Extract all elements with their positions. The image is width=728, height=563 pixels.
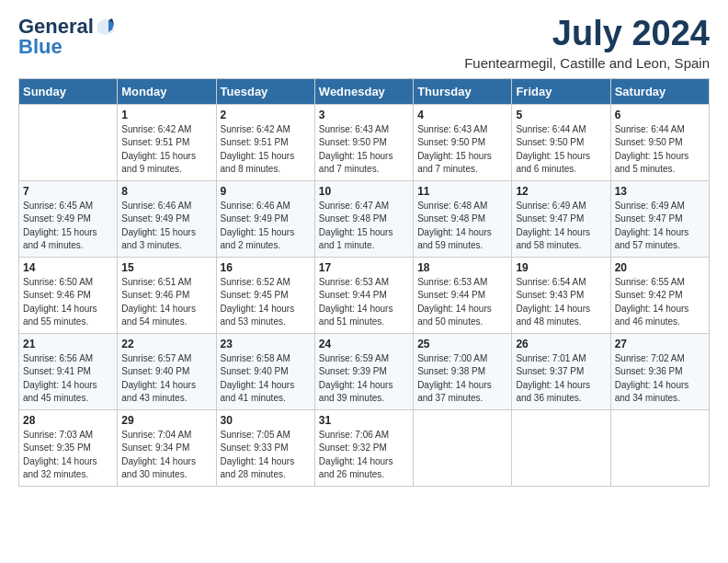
day-number: 22 [121,338,211,350]
day-number: 18 [417,261,507,274]
day-number: 14 [23,261,113,274]
day-info: Sunrise: 6:49 AMSunset: 9:47 PMDaylight:… [516,200,606,253]
week-row-1: 1Sunrise: 6:42 AMSunset: 9:51 PMDaylight… [19,104,710,180]
day-cell: 29Sunrise: 7:04 AMSunset: 9:34 PMDayligh… [118,409,216,486]
day-number: 29 [121,414,211,427]
day-cell: 17Sunrise: 6:53 AMSunset: 9:44 PMDayligh… [314,257,413,333]
day-cell: 20Sunrise: 6:55 AMSunset: 9:42 PMDayligh… [610,257,709,333]
header-monday: Monday [118,78,216,104]
day-info: Sunrise: 6:50 AMSunset: 9:46 PMDaylight:… [23,276,113,329]
day-number: 30 [221,414,311,427]
day-cell: 28Sunrise: 7:03 AMSunset: 9:35 PMDayligh… [19,409,118,486]
header-saturday: Saturday [610,78,709,104]
day-number: 6 [615,109,705,121]
logo-blue: Blue [18,35,63,59]
day-number: 21 [23,338,113,350]
day-number: 2 [221,109,311,121]
day-cell: 25Sunrise: 7:00 AMSunset: 9:38 PMDayligh… [414,333,512,409]
day-number: 23 [221,338,311,350]
day-number: 1 [121,109,211,121]
title-block: July 2024 Fuentearmegil, Castille and Le… [464,15,710,71]
week-row-3: 14Sunrise: 6:50 AMSunset: 9:46 PMDayligh… [19,257,710,333]
day-info: Sunrise: 7:01 AMSunset: 9:37 PMDaylight:… [516,352,606,406]
day-number: 17 [319,261,409,274]
day-cell: 26Sunrise: 7:01 AMSunset: 9:37 PMDayligh… [512,333,610,409]
day-cell: 10Sunrise: 6:47 AMSunset: 9:48 PMDayligh… [314,180,413,257]
header-friday: Friday [512,78,610,104]
page-header: General Blue July 2024 Fuentearmegil, Ca… [18,15,710,71]
day-cell: 30Sunrise: 7:05 AMSunset: 9:33 PMDayligh… [216,409,314,486]
day-info: Sunrise: 7:00 AMSunset: 9:38 PMDaylight:… [417,352,507,406]
day-cell: 18Sunrise: 6:53 AMSunset: 9:44 PMDayligh… [414,257,512,333]
header-wednesday: Wednesday [314,78,413,104]
day-cell [414,409,512,486]
day-info: Sunrise: 6:46 AMSunset: 9:49 PMDaylight:… [221,200,311,253]
day-cell: 19Sunrise: 6:54 AMSunset: 9:43 PMDayligh… [512,257,610,333]
day-info: Sunrise: 6:52 AMSunset: 9:45 PMDaylight:… [221,276,311,329]
location-title: Fuentearmegil, Castille and Leon, Spain [464,55,710,71]
day-cell: 5Sunrise: 6:44 AMSunset: 9:50 PMDaylight… [512,104,610,180]
day-cell: 23Sunrise: 6:58 AMSunset: 9:40 PMDayligh… [216,333,314,409]
day-info: Sunrise: 6:42 AMSunset: 9:51 PMDaylight:… [121,123,211,177]
day-number: 20 [615,261,705,274]
month-title: July 2024 [464,15,710,53]
day-cell: 6Sunrise: 6:44 AMSunset: 9:50 PMDaylight… [610,104,709,180]
day-info: Sunrise: 7:06 AMSunset: 9:32 PMDaylight:… [319,429,409,482]
day-cell: 21Sunrise: 6:56 AMSunset: 9:41 PMDayligh… [19,333,118,409]
day-number: 28 [23,414,113,427]
day-info: Sunrise: 6:47 AMSunset: 9:48 PMDaylight:… [319,200,409,253]
day-cell [19,104,118,180]
header-sunday: Sunday [19,78,118,104]
day-info: Sunrise: 6:53 AMSunset: 9:44 PMDaylight:… [319,276,409,329]
day-info: Sunrise: 6:43 AMSunset: 9:50 PMDaylight:… [319,123,409,177]
day-number: 27 [615,338,705,350]
day-number: 31 [319,414,409,427]
logo-flag-icon [96,17,116,37]
day-info: Sunrise: 6:59 AMSunset: 9:39 PMDaylight:… [319,352,409,406]
day-info: Sunrise: 6:43 AMSunset: 9:50 PMDaylight:… [417,123,507,177]
day-cell: 27Sunrise: 7:02 AMSunset: 9:36 PMDayligh… [610,333,709,409]
day-cell: 3Sunrise: 6:43 AMSunset: 9:50 PMDaylight… [314,104,413,180]
week-row-5: 28Sunrise: 7:03 AMSunset: 9:35 PMDayligh… [19,409,710,486]
day-cell: 12Sunrise: 6:49 AMSunset: 9:47 PMDayligh… [512,180,610,257]
day-info: Sunrise: 6:44 AMSunset: 9:50 PMDaylight:… [615,123,705,177]
day-info: Sunrise: 6:46 AMSunset: 9:49 PMDaylight:… [121,200,211,253]
header-thursday: Thursday [414,78,512,104]
week-row-4: 21Sunrise: 6:56 AMSunset: 9:41 PMDayligh… [19,333,710,409]
day-info: Sunrise: 6:53 AMSunset: 9:44 PMDaylight:… [417,276,507,329]
day-cell: 13Sunrise: 6:49 AMSunset: 9:47 PMDayligh… [610,180,709,257]
day-cell: 7Sunrise: 6:45 AMSunset: 9:49 PMDaylight… [19,180,118,257]
day-number: 11 [417,185,507,198]
day-number: 15 [121,261,211,274]
day-cell: 22Sunrise: 6:57 AMSunset: 9:40 PMDayligh… [118,333,216,409]
day-cell: 14Sunrise: 6:50 AMSunset: 9:46 PMDayligh… [19,257,118,333]
logo: General Blue [18,15,116,59]
day-info: Sunrise: 6:44 AMSunset: 9:50 PMDaylight:… [516,123,606,177]
day-info: Sunrise: 6:48 AMSunset: 9:48 PMDaylight:… [417,200,507,253]
day-number: 3 [319,109,409,121]
day-cell [610,409,709,486]
day-info: Sunrise: 7:05 AMSunset: 9:33 PMDaylight:… [221,429,311,482]
day-cell: 15Sunrise: 6:51 AMSunset: 9:46 PMDayligh… [118,257,216,333]
day-number: 5 [516,109,606,121]
header-tuesday: Tuesday [216,78,314,104]
day-number: 24 [319,338,409,350]
day-number: 19 [516,261,606,274]
day-cell: 31Sunrise: 7:06 AMSunset: 9:32 PMDayligh… [314,409,413,486]
day-cell: 4Sunrise: 6:43 AMSunset: 9:50 PMDaylight… [414,104,512,180]
day-cell: 24Sunrise: 6:59 AMSunset: 9:39 PMDayligh… [314,333,413,409]
day-number: 8 [121,185,211,198]
day-cell: 9Sunrise: 6:46 AMSunset: 9:49 PMDaylight… [216,180,314,257]
day-number: 13 [615,185,705,198]
day-number: 10 [319,185,409,198]
day-info: Sunrise: 6:51 AMSunset: 9:46 PMDaylight:… [121,276,211,329]
day-info: Sunrise: 7:03 AMSunset: 9:35 PMDaylight:… [23,429,113,482]
day-cell: 11Sunrise: 6:48 AMSunset: 9:48 PMDayligh… [414,180,512,257]
day-info: Sunrise: 6:55 AMSunset: 9:42 PMDaylight:… [615,276,705,329]
day-number: 4 [417,109,507,121]
calendar-table: SundayMondayTuesdayWednesdayThursdayFrid… [18,78,710,487]
day-info: Sunrise: 6:49 AMSunset: 9:47 PMDaylight:… [615,200,705,253]
header-row: SundayMondayTuesdayWednesdayThursdayFrid… [19,78,710,104]
day-info: Sunrise: 6:54 AMSunset: 9:43 PMDaylight:… [516,276,606,329]
day-number: 9 [221,185,311,198]
